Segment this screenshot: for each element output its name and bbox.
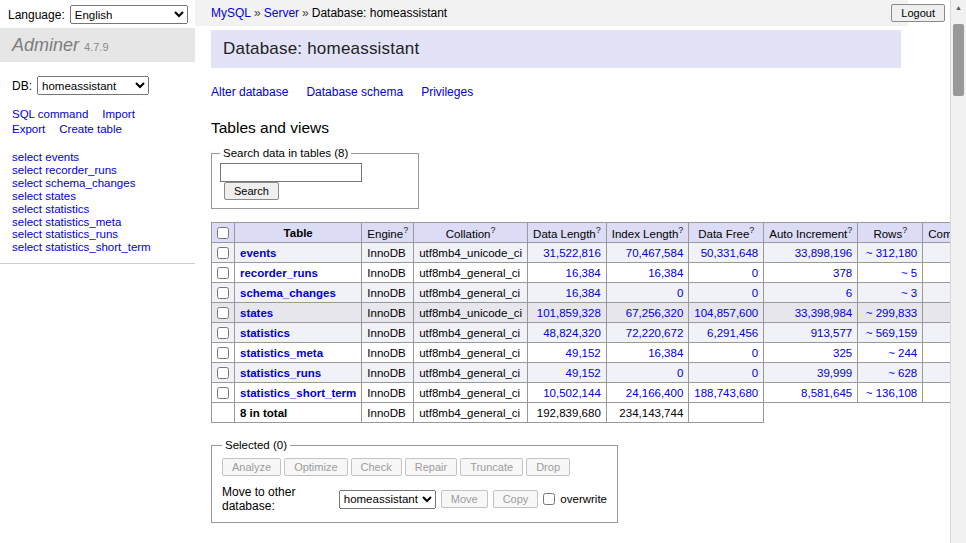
- data-free-link[interactable]: 50,331,648: [701, 247, 759, 259]
- help-link[interactable]: ?: [490, 225, 495, 235]
- index-length-link[interactable]: 0: [677, 367, 683, 379]
- data-length-link[interactable]: 16,384: [566, 267, 601, 279]
- drop-button[interactable]: Drop: [526, 458, 570, 476]
- sidebar-link-create-table[interactable]: Create table: [59, 123, 122, 135]
- scrollbar[interactable]: ▲: [950, 0, 966, 543]
- index-length-link[interactable]: 0: [677, 287, 683, 299]
- auto-increment-link[interactable]: 39,999: [817, 367, 852, 379]
- sidebar-link-select-statistics[interactable]: select statistics: [12, 203, 89, 215]
- data-length-link[interactable]: 49,152: [566, 367, 601, 379]
- sidebar-link-select-statistics-runs[interactable]: select statistics_runs: [12, 228, 118, 240]
- move-button[interactable]: Move: [441, 490, 488, 508]
- data-length-link[interactable]: 16,384: [566, 287, 601, 299]
- rows-link[interactable]: ~ 299,833: [866, 307, 917, 319]
- data-free-link[interactable]: 0: [752, 347, 758, 359]
- table-link-statistics-runs[interactable]: statistics_runs: [240, 367, 321, 379]
- row-checkbox[interactable]: [217, 267, 229, 279]
- overwrite-checkbox[interactable]: [543, 493, 555, 505]
- auto-increment-link[interactable]: 33,898,196: [795, 247, 853, 259]
- help-link[interactable]: ?: [678, 225, 683, 235]
- index-length-link[interactable]: 16,384: [648, 267, 683, 279]
- rows-link[interactable]: ~ 569,159: [866, 327, 917, 339]
- row-checkbox[interactable]: [217, 287, 229, 299]
- language-select[interactable]: English: [70, 5, 188, 24]
- rows-link[interactable]: ~ 244: [888, 347, 917, 359]
- sidebar-link-sql-command[interactable]: SQL command: [12, 108, 88, 120]
- help-link[interactable]: ?: [403, 225, 408, 235]
- row-checkbox[interactable]: [217, 367, 229, 379]
- rows-link[interactable]: ~ 312,180: [866, 247, 917, 259]
- data-free-link[interactable]: 188,743,680: [694, 387, 758, 399]
- table-link-statistics[interactable]: statistics: [240, 327, 290, 339]
- table-link-recorder-runs[interactable]: recorder_runs: [240, 267, 318, 279]
- row-checkbox[interactable]: [217, 387, 229, 399]
- check-button[interactable]: Check: [351, 458, 402, 476]
- db-select[interactable]: homeassistant: [37, 76, 149, 95]
- rows-link[interactable]: ~ 5: [901, 267, 917, 279]
- db-link-alter-database[interactable]: Alter database: [211, 85, 288, 99]
- db-link-database-schema[interactable]: Database schema: [306, 85, 403, 99]
- data-free-link[interactable]: 0: [752, 267, 758, 279]
- rows-link[interactable]: ~ 136,108: [866, 387, 917, 399]
- auto-increment-link[interactable]: 8,581,645: [801, 387, 852, 399]
- data-length-link[interactable]: 101,859,328: [537, 307, 601, 319]
- row-checkbox[interactable]: [217, 327, 229, 339]
- search-button[interactable]: Search: [224, 182, 279, 200]
- auto-increment-cell: 6: [764, 283, 858, 303]
- copy-button[interactable]: Copy: [493, 490, 539, 508]
- sidebar-link-select-statistics-meta[interactable]: select statistics_meta: [12, 216, 121, 228]
- scroll-up-icon[interactable]: ▲: [951, 0, 966, 16]
- data-length-link[interactable]: 31,522,816: [543, 247, 601, 259]
- sidebar-link-select-schema-changes[interactable]: select schema_changes: [12, 177, 135, 189]
- breadcrumb-mysql[interactable]: MySQL: [211, 6, 251, 20]
- select-all-checkbox[interactable]: [217, 227, 229, 239]
- auto-increment-link[interactable]: 378: [833, 267, 852, 279]
- data-length-link[interactable]: 10,502,144: [543, 387, 601, 399]
- table-link-statistics-meta[interactable]: statistics_meta: [240, 347, 323, 359]
- data-free-link[interactable]: 0: [752, 367, 758, 379]
- help-link[interactable]: ?: [847, 225, 852, 235]
- data-free-link[interactable]: 0: [752, 287, 758, 299]
- move-database-select[interactable]: homeassistant: [339, 490, 436, 509]
- truncate-button[interactable]: Truncate: [460, 458, 523, 476]
- auto-increment-link[interactable]: 33,398,984: [795, 307, 853, 319]
- data-free-link[interactable]: 6,291,456: [707, 327, 758, 339]
- auto-increment-link[interactable]: 325: [833, 347, 852, 359]
- rows-link[interactable]: ~ 628: [888, 367, 917, 379]
- data-length-link[interactable]: 49,152: [566, 347, 601, 359]
- table-link-schema-changes[interactable]: schema_changes: [240, 287, 336, 299]
- row-checkbox[interactable]: [217, 247, 229, 259]
- index-length-link[interactable]: 24,166,400: [626, 387, 684, 399]
- data-free-link[interactable]: 104,857,600: [694, 307, 758, 319]
- index-length-link[interactable]: 16,384: [648, 347, 683, 359]
- sidebar-link-select-states[interactable]: select states: [12, 190, 76, 202]
- logout-button[interactable]: Logout: [891, 4, 945, 22]
- rows-link[interactable]: ~ 3: [901, 287, 917, 299]
- sidebar-link-select-statistics-short-term[interactable]: select statistics_short_term: [12, 241, 151, 253]
- sidebar-link-select-recorder-runs[interactable]: select recorder_runs: [12, 164, 117, 176]
- help-link[interactable]: ?: [596, 225, 601, 235]
- breadcrumb-server[interactable]: Server: [264, 6, 299, 20]
- optimize-button[interactable]: Optimize: [284, 458, 347, 476]
- row-checkbox[interactable]: [217, 347, 229, 359]
- sidebar-link-select-events[interactable]: select events: [12, 151, 79, 163]
- index-length-link[interactable]: 67,256,320: [626, 307, 684, 319]
- table-link-states[interactable]: states: [240, 307, 273, 319]
- sidebar-link-import[interactable]: Import: [102, 108, 135, 120]
- data-length-link[interactable]: 48,824,320: [543, 327, 601, 339]
- db-link-privileges[interactable]: Privileges: [421, 85, 473, 99]
- auto-increment-link[interactable]: 913,577: [811, 327, 853, 339]
- repair-button[interactable]: Repair: [405, 458, 457, 476]
- index-length-link[interactable]: 70,467,584: [626, 247, 684, 259]
- table-link-events[interactable]: events: [240, 247, 276, 259]
- analyze-button[interactable]: Analyze: [222, 458, 281, 476]
- help-link[interactable]: ?: [902, 225, 907, 235]
- row-checkbox[interactable]: [217, 307, 229, 319]
- scrollbar-thumb[interactable]: [953, 24, 964, 96]
- index-length-link[interactable]: 72,220,672: [626, 327, 684, 339]
- help-link[interactable]: ?: [749, 225, 754, 235]
- auto-increment-link[interactable]: 6: [846, 287, 852, 299]
- table-link-statistics-short-term[interactable]: statistics_short_term: [240, 387, 356, 399]
- search-input[interactable]: [220, 163, 362, 182]
- sidebar-link-export[interactable]: Export: [12, 123, 45, 135]
